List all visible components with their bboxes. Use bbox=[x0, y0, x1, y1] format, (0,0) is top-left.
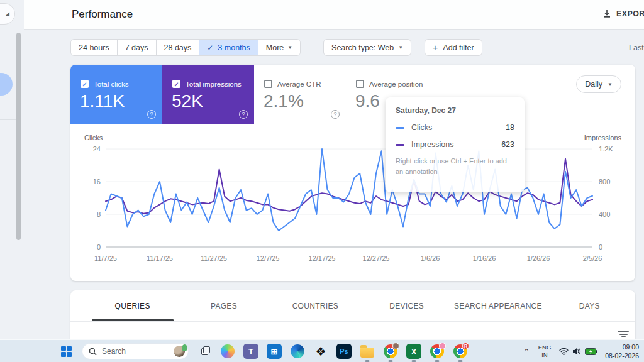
edge-button[interactable] bbox=[289, 343, 306, 359]
tab-search-appearance[interactable]: SEARCH APPEARANCE bbox=[452, 290, 543, 321]
help-icon[interactable]: ? bbox=[331, 110, 340, 119]
tab-pages[interactable]: PAGES bbox=[178, 290, 269, 321]
clicks-series-swatch bbox=[396, 127, 404, 129]
svg-text:1/6/26: 1/6/26 bbox=[421, 255, 440, 262]
add-filter-button[interactable]: + Add filter bbox=[425, 39, 482, 56]
interval-dropdown[interactable]: Daily ▼ bbox=[576, 75, 621, 93]
divider bbox=[313, 41, 313, 54]
help-icon[interactable]: ? bbox=[147, 110, 156, 119]
active-tab-underline bbox=[92, 319, 174, 321]
svg-text:12/17/25: 12/17/25 bbox=[309, 255, 336, 262]
chevron-down-icon: ▼ bbox=[287, 45, 292, 50]
store-icon: ⊞ bbox=[267, 344, 282, 359]
excel-icon: X bbox=[406, 344, 421, 359]
chevron-down-icon: ◢ bbox=[5, 11, 9, 17]
top-bar: Performance EXPORT bbox=[24, 0, 644, 30]
chip-28-days[interactable]: 28 days bbox=[157, 40, 200, 55]
dimensions-table-card: QUERIES PAGES COUNTRIES DEVICES SEARCH A… bbox=[70, 290, 635, 339]
overflow-lines-icon[interactable] bbox=[617, 330, 630, 337]
windows-logo-icon bbox=[61, 346, 72, 357]
svg-text:11/27/25: 11/27/25 bbox=[201, 255, 227, 262]
chip-3-months[interactable]: ✓ 3 months bbox=[199, 40, 258, 55]
export-button[interactable]: EXPORT bbox=[602, 9, 644, 18]
page-title: Performance bbox=[72, 8, 133, 21]
photoshop-icon: Ps bbox=[336, 344, 352, 359]
svg-text:Clicks: Clicks bbox=[84, 134, 103, 141]
tab-countries[interactable]: COUNTRIES bbox=[270, 290, 361, 321]
dimension-tabs: QUERIES PAGES COUNTRIES DEVICES SEARCH A… bbox=[70, 290, 635, 322]
teams-icon: T bbox=[243, 344, 258, 359]
svg-text:800: 800 bbox=[599, 178, 610, 185]
edge-icon bbox=[291, 344, 304, 358]
hidden-icons-chevron[interactable]: ⌃ bbox=[523, 348, 529, 356]
checkbox-checked-icon[interactable]: ✓ bbox=[172, 80, 180, 88]
performance-chart[interactable]: ClicksImpressions00840016800241.2K11/7/2… bbox=[79, 130, 626, 273]
file-explorer-button[interactable] bbox=[359, 343, 375, 359]
plus-icon: + bbox=[433, 43, 438, 52]
metric-value: 52K bbox=[172, 91, 203, 111]
start-button[interactable] bbox=[58, 343, 74, 359]
download-icon bbox=[602, 9, 611, 18]
profile-avatar bbox=[439, 343, 446, 349]
svg-text:400: 400 bbox=[599, 211, 610, 218]
language-indicator[interactable]: ENG IN bbox=[538, 344, 552, 359]
tooltip-annotation-hint: Right-click or use Ctrl + Enter to add a… bbox=[396, 156, 514, 177]
sidebar-selected-highlight[interactable] bbox=[0, 73, 13, 96]
checkbox-checked-icon[interactable]: ✓ bbox=[80, 80, 89, 88]
battery-charging-icon bbox=[585, 348, 597, 355]
copilot-icon bbox=[221, 344, 235, 358]
chrome-icon bbox=[384, 344, 397, 358]
metric-total-impressions[interactable]: ✓ Total impressions 52K ? bbox=[162, 65, 254, 124]
svg-text:1.2K: 1.2K bbox=[599, 145, 613, 153]
tab-queries[interactable]: QUERIES bbox=[87, 290, 178, 321]
svg-text:1/16/26: 1/16/26 bbox=[473, 255, 496, 262]
tooltip-row-impressions: Impressions 623 bbox=[396, 140, 514, 149]
check-icon: ✓ bbox=[207, 43, 213, 52]
metric-average-ctr[interactable]: Average CTR 2.1% ? bbox=[254, 65, 346, 124]
speaker-icon bbox=[572, 348, 581, 355]
svg-text:12/27/25: 12/27/25 bbox=[363, 255, 390, 262]
dropbox-icon: ❖ bbox=[315, 346, 326, 358]
collapsed-search-pill[interactable]: ◢ bbox=[0, 3, 15, 25]
file-explorer-icon bbox=[360, 348, 374, 358]
chrome-profile1-button[interactable] bbox=[382, 343, 399, 359]
tab-days[interactable]: DAYS bbox=[544, 290, 635, 321]
clock[interactable]: 09:00 08-02-2026 bbox=[605, 343, 639, 360]
microsoft-store-button[interactable]: ⊞ bbox=[266, 343, 282, 359]
svg-text:11/17/25: 11/17/25 bbox=[147, 255, 173, 262]
svg-text:Impressions: Impressions bbox=[584, 134, 622, 141]
svg-text:1/26/26: 1/26/26 bbox=[527, 255, 550, 262]
chrome-profile2-button[interactable] bbox=[429, 343, 445, 359]
excel-button[interactable]: X bbox=[406, 343, 422, 359]
system-tray: ⌃ ENG IN 09:00 08-02-2026 bbox=[523, 340, 644, 362]
chrome-profile3-button[interactable]: R bbox=[452, 343, 469, 359]
checkbox-unchecked-icon[interactable] bbox=[356, 80, 364, 88]
svg-text:0: 0 bbox=[97, 243, 101, 251]
metric-value: 2.1% bbox=[264, 91, 304, 111]
metric-total-clicks[interactable]: ✓ Total clicks 1.11K ? bbox=[70, 65, 162, 124]
checkbox-unchecked-icon[interactable] bbox=[264, 80, 272, 88]
chip-7-days[interactable]: 7 days bbox=[118, 40, 157, 55]
task-view-button[interactable] bbox=[196, 343, 213, 359]
system-icons[interactable] bbox=[559, 348, 597, 355]
filter-row: 24 hours 7 days 28 days ✓ 3 months More … bbox=[70, 39, 644, 57]
tab-devices[interactable]: DEVICES bbox=[361, 290, 452, 321]
search-highlight-image[interactable] bbox=[174, 346, 185, 357]
chip-more[interactable]: More ▼ bbox=[258, 40, 300, 55]
svg-text:16: 16 bbox=[93, 178, 101, 185]
dropbox-button[interactable]: ❖ bbox=[313, 343, 329, 359]
svg-text:11/7/25: 11/7/25 bbox=[94, 255, 117, 262]
sidebar-scrollbar[interactable] bbox=[16, 33, 21, 240]
chrome-icon: R bbox=[453, 344, 467, 358]
copilot-button[interactable] bbox=[219, 343, 236, 359]
teams-button[interactable]: T bbox=[243, 343, 259, 359]
chrome-icon bbox=[430, 344, 444, 358]
taskbar-search-input[interactable]: Search bbox=[82, 343, 189, 359]
task-view-icon bbox=[201, 348, 208, 355]
help-icon[interactable]: ? bbox=[239, 110, 248, 119]
search-type-filter[interactable]: Search type: Web ▼ bbox=[323, 39, 411, 56]
chip-24-hours[interactable]: 24 hours bbox=[71, 40, 118, 55]
performance-chart-card: ✓ Total clicks 1.11K ? ✓ Total impressio… bbox=[70, 65, 635, 281]
tooltip-date: Saturday, Dec 27 bbox=[396, 106, 514, 115]
photoshop-button[interactable]: Ps bbox=[336, 343, 352, 359]
